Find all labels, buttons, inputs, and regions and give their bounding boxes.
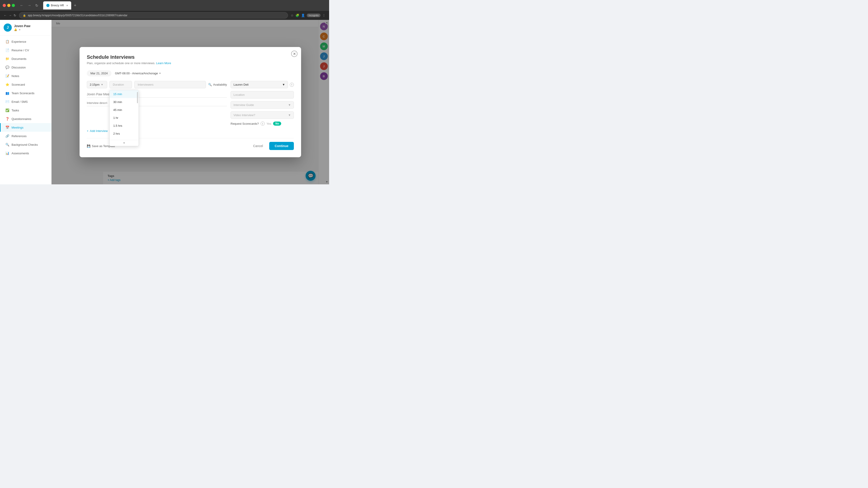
assessments-icon: 📊: [5, 151, 9, 155]
address-bar: ← → ↻ 🔒 app.breezy.hr/app/c/moodjoy/p/59…: [0, 11, 329, 20]
date-timezone-row: Mar 21, 2024 GMT-08:00 - America/Anchora…: [87, 70, 294, 76]
duration-item-2.5hrs[interactable]: 2.5 hrs: [110, 138, 138, 140]
search-icon: 🔍: [208, 83, 212, 86]
duration-item-1hr[interactable]: 1 hr: [110, 114, 138, 122]
modal-subtitle-text: Plan, organize and schedule one or more …: [87, 61, 155, 65]
sidebar-item-discussion[interactable]: 💬 Discussion: [0, 63, 51, 72]
timezone-value: GMT-08:00 - America/Anchorage: [115, 72, 158, 75]
candidate-name: Joven Paw: [14, 24, 30, 28]
sidebar-item-experience[interactable]: 📋 Experience: [0, 37, 51, 46]
interviewer-dropdown[interactable]: Lauren Deli ▼: [230, 81, 288, 88]
duration-item-45min[interactable]: 45 min: [110, 106, 138, 114]
no-toggle[interactable]: No: [273, 122, 281, 126]
save-icon: 💾: [87, 144, 90, 148]
duration-dropdown: 15 min 30 min 45 min 1 hr 1.5 hrs 2 hrs …: [110, 90, 139, 146]
duration-item-30min[interactable]: 30 min: [110, 98, 138, 106]
duration-item-15min[interactable]: 15 min: [110, 90, 138, 98]
sidebar-item-references[interactable]: 🔗 References: [0, 132, 51, 140]
modal-close-button[interactable]: ✕: [291, 51, 298, 57]
notification-icon: 🔔: [14, 28, 17, 31]
sidebar-item-team-scorecards[interactable]: 👥 Team Scorecards: [0, 89, 51, 97]
duration-item-1.5hrs[interactable]: 1.5 hrs: [110, 122, 138, 130]
sidebar-label-documents: Documents: [11, 57, 26, 61]
sidebar: J Joven Paw 🔔 ★ 📋 Experience 📄 Resume / …: [0, 20, 52, 184]
window-controls: [3, 4, 15, 7]
maximize-window-button[interactable]: [12, 4, 15, 7]
sidebar-header: J Joven Paw 🔔 ★: [0, 20, 51, 35]
sidebar-item-meetings[interactable]: 📅 Meetings: [0, 123, 51, 132]
reload-button[interactable]: ↻: [34, 3, 39, 8]
sidebar-label-tasks: Tasks: [11, 109, 19, 112]
close-window-button[interactable]: [3, 4, 6, 7]
scorecards-info-icon[interactable]: ℹ: [260, 122, 265, 126]
footer-buttons: Cancel Continue: [250, 142, 294, 150]
sidebar-label-experience: Experience: [11, 40, 26, 43]
menu-icon[interactable]: ⋮: [322, 13, 326, 17]
modal-overlay: ✕ Schedule Interviews Plan, organize and…: [52, 20, 329, 184]
tab-title: Breezy HR: [51, 4, 64, 7]
new-tab-button[interactable]: +: [72, 3, 78, 8]
date-picker[interactable]: Mar 21, 2024: [87, 70, 112, 76]
documents-icon: 📁: [5, 57, 9, 61]
back-button[interactable]: ←: [19, 3, 25, 8]
email-sms-icon: ✉️: [5, 100, 9, 104]
bookmark-icon[interactable]: ☆: [291, 13, 293, 17]
request-scorecards-label: Request Scorecards?: [230, 122, 259, 125]
interviewer-name: Lauren Deli: [234, 83, 249, 86]
profile-icon[interactable]: 👤: [301, 13, 305, 17]
tab-bar: Breezy HR ✕ +: [43, 0, 78, 11]
browser-action-icons: ☆ 🧩 👤 Incognito ⋮: [291, 13, 326, 17]
sidebar-label-meetings: Meetings: [11, 126, 24, 129]
star-icon[interactable]: ★: [19, 28, 21, 31]
meeting-description-input[interactable]: [87, 100, 227, 106]
timezone-selector[interactable]: GMT-08:00 - America/Anchorage ▼: [115, 72, 161, 75]
guide-arrow-icon: ▼: [288, 103, 291, 107]
time-arrow-icon: ▼: [101, 84, 103, 86]
sidebar-item-assessments[interactable]: 📊 Assessments: [0, 149, 51, 158]
continue-button[interactable]: Continue: [269, 142, 294, 150]
sidebar-item-resume[interactable]: 📄 Resume / CV: [0, 46, 51, 55]
time-picker[interactable]: 2:15pm ▼: [87, 81, 107, 88]
sidebar-item-documents[interactable]: 📁 Documents: [0, 55, 51, 63]
location-input[interactable]: Location: [230, 91, 294, 98]
interview-guide-select[interactable]: Interview Guide ▼: [230, 101, 294, 109]
interviewer-info-icon[interactable]: ℹ: [290, 83, 294, 87]
tasks-icon: ✅: [5, 108, 9, 112]
sidebar-item-notes[interactable]: 📝 Notes: [0, 72, 51, 80]
sidebar-item-tasks[interactable]: ✅ Tasks: [0, 106, 51, 115]
sidebar-label-team-scorecards: Team Scorecards: [11, 92, 34, 95]
availability-button[interactable]: 🔍 Availability: [208, 83, 227, 86]
notes-icon: 📝: [5, 74, 9, 78]
sidebar-nav: 📋 Experience 📄 Resume / CV 📁 Documents 💬…: [0, 35, 51, 159]
addr-reload-button[interactable]: ↻: [13, 13, 16, 17]
meeting-title-input[interactable]: [87, 91, 227, 98]
sidebar-item-questionnaires[interactable]: ❓ Questionnaires: [0, 115, 51, 123]
sidebar-item-background-checks[interactable]: 🔍 Background Checks: [0, 140, 51, 149]
browser-chrome: ← → ↻ Breezy HR ✕ +: [0, 0, 329, 11]
addr-back-button[interactable]: ←: [4, 13, 7, 17]
avatar: J: [4, 24, 12, 32]
extensions-icon[interactable]: 🧩: [296, 13, 299, 17]
sidebar-item-scorecard[interactable]: ⭐ Scorecard: [0, 80, 51, 89]
url-bar[interactable]: 🔒 app.breezy.hr/app/c/moodjoy/p/59357218…: [19, 12, 288, 19]
yes-label: Yes: [267, 122, 271, 125]
forward-button[interactable]: →: [26, 3, 33, 8]
duration-trigger[interactable]: Duration: [110, 81, 132, 88]
request-scorecards-row: Request Scorecards? ℹ Yes No: [230, 122, 294, 126]
video-interview-select[interactable]: Video Interview? ▼: [230, 111, 294, 119]
interviewer-selector-row: Lauren Deli ▼ ℹ: [230, 81, 294, 88]
plus-icon: +: [87, 129, 89, 133]
minimize-window-button[interactable]: [7, 4, 10, 7]
modal-title: Schedule Interviews: [87, 54, 294, 60]
learn-more-link[interactable]: Learn More: [156, 61, 171, 65]
incognito-badge: Incognito: [307, 13, 320, 17]
duration-container: Duration 15 min 30 min 45 min 1 hr 1.5 h…: [110, 81, 132, 88]
meetings-icon: 📅: [5, 125, 9, 129]
active-tab[interactable]: Breezy HR ✕: [43, 1, 71, 9]
interviewers-input[interactable]: Interviewers: [134, 81, 206, 88]
cancel-button[interactable]: Cancel: [250, 142, 267, 150]
sidebar-item-email-sms[interactable]: ✉️ Email / SMS: [0, 97, 51, 106]
addr-forward-button[interactable]: →: [8, 13, 12, 17]
tab-close-button[interactable]: ✕: [66, 4, 68, 7]
duration-item-2hrs[interactable]: 2 hrs: [110, 130, 138, 138]
